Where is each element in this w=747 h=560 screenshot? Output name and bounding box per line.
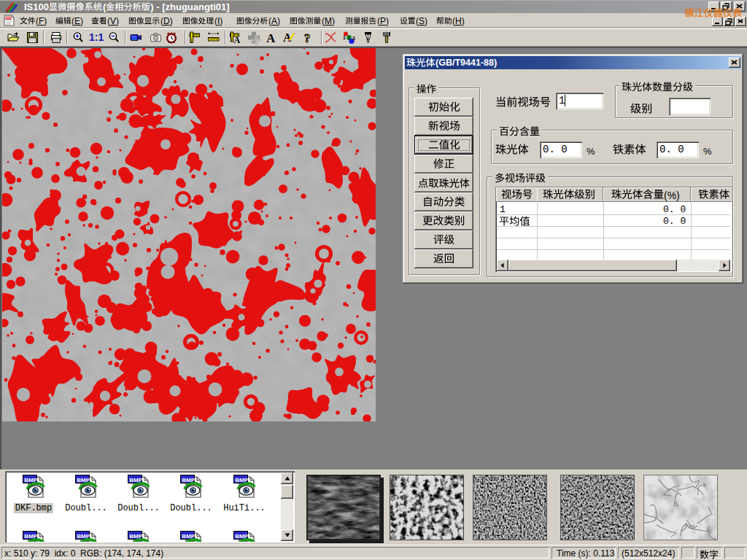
svg-text:A: A: [234, 35, 241, 44]
svg-text:DOC: DOC: [6, 16, 14, 20]
svg-text:?: ?: [304, 31, 311, 45]
svg-text:3: 3: [352, 36, 355, 41]
svg-text:1: 1: [343, 35, 346, 40]
svg-text:2: 2: [348, 35, 351, 40]
